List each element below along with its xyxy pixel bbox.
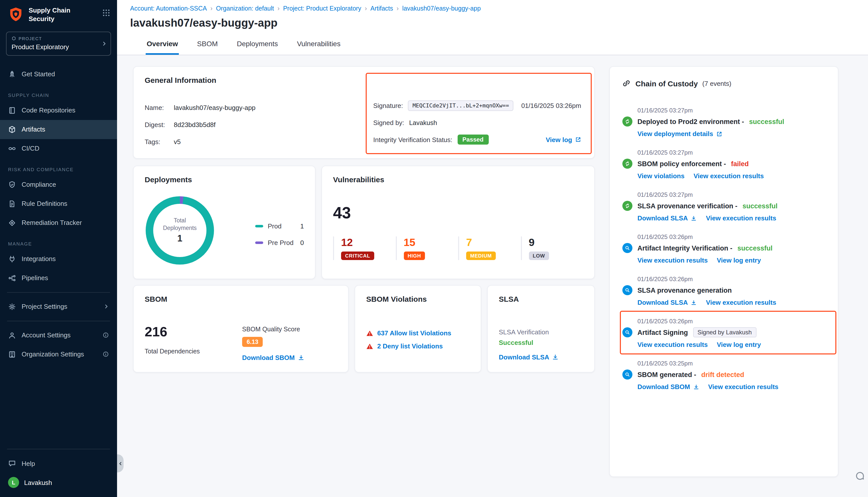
violation-item: 637 Allow list Violations bbox=[366, 329, 470, 337]
download-slsa-link[interactable]: Download SLSA bbox=[638, 214, 697, 222]
severity-count: 15 bbox=[404, 237, 458, 248]
timeline-event: 01/16/2025 03:26pm Artifact Integrity Ve… bbox=[622, 233, 826, 264]
signed-by-row: Signed by: Lavakush bbox=[373, 117, 581, 128]
event-status: successful bbox=[742, 202, 778, 210]
event-timestamp: 01/16/2025 03:27pm bbox=[638, 149, 826, 156]
card-title: General Information bbox=[145, 76, 583, 84]
event-title: Artifact Signing bbox=[638, 329, 688, 336]
tab-sbom[interactable]: SBOM bbox=[196, 40, 219, 55]
user-menu[interactable]: L Lavakush bbox=[0, 473, 117, 492]
sidebar-item-label: Artifacts bbox=[22, 126, 45, 133]
legend-swatch bbox=[255, 225, 263, 227]
sidebar-item-account-settings[interactable]: Account Settings bbox=[0, 326, 117, 345]
sidebar-item-help[interactable]: Help bbox=[0, 454, 117, 473]
warning-icon bbox=[366, 330, 373, 337]
sidebar-item-get-started[interactable]: Get Started bbox=[0, 65, 117, 84]
card-title: Vulnerabilities bbox=[333, 175, 583, 184]
sidebar-item-rule-definitions[interactable]: Rule Definitions bbox=[0, 194, 117, 213]
event-status: successful bbox=[738, 244, 772, 252]
donut-label: Total bbox=[174, 217, 186, 224]
tab-deployments[interactable]: Deployments bbox=[236, 40, 279, 55]
view-execution-results-link[interactable]: View execution results bbox=[706, 214, 776, 222]
search-icon bbox=[622, 369, 632, 380]
apps-grid-icon[interactable] bbox=[102, 9, 110, 17]
deployments-donut-chart: Total Deployments 1 bbox=[146, 196, 214, 265]
sidebar-item-label: Pipelines bbox=[22, 274, 48, 282]
breadcrumb-organization[interactable]: Organization: default bbox=[216, 5, 274, 12]
view-execution-results-link[interactable]: View execution results bbox=[694, 172, 764, 180]
signature-section: Signature: MEQCICde2VjIT...bL+2+mqnOXw==… bbox=[373, 100, 581, 151]
search-icon bbox=[622, 243, 632, 253]
download-sbom-link[interactable]: Download SBOM bbox=[242, 354, 304, 361]
app-logo-icon bbox=[8, 6, 24, 22]
card-title: SLSA bbox=[499, 295, 583, 303]
sidebar-item-label: Integrations bbox=[22, 255, 56, 263]
breadcrumb-account[interactable]: Account: Automation-SSCA bbox=[130, 5, 207, 12]
sidebar-item-remediation-tracker[interactable]: Remediation Tracker bbox=[0, 213, 117, 232]
project-selector[interactable]: PROJECT Product Exploratory bbox=[6, 32, 111, 56]
sbom-quality-score-badge: 6.13 bbox=[242, 337, 263, 347]
timeline-event: 01/16/2025 03:26pm SLSA provenance gener… bbox=[622, 275, 826, 306]
view-log-link[interactable]: View log bbox=[546, 136, 581, 143]
view-execution-results-link[interactable]: View execution results bbox=[638, 257, 708, 264]
violation-item: 2 Deny list Violations bbox=[366, 342, 470, 350]
sidebar-item-pipelines[interactable]: Pipelines bbox=[0, 269, 117, 288]
status-badge: Passed bbox=[457, 134, 489, 145]
download-icon bbox=[298, 354, 304, 361]
rocket-icon bbox=[8, 70, 16, 78]
sidebar-item-label: CI/CD bbox=[22, 145, 39, 152]
view-log-entry-link[interactable]: View log entry bbox=[717, 341, 761, 349]
field-label: Name: bbox=[145, 104, 174, 111]
view-execution-results-link[interactable]: View execution results bbox=[706, 299, 776, 306]
card-title: Chain of Custody bbox=[635, 79, 698, 88]
sidebar-item-cicd[interactable]: CI/CD bbox=[0, 139, 117, 158]
legend-value: 0 bbox=[300, 239, 304, 246]
legend-item-preprod: Pre Prod 0 bbox=[255, 239, 304, 246]
field-value: v5 bbox=[174, 138, 181, 145]
slsa-verification-label: SLSA Verification bbox=[499, 328, 583, 336]
donut-center: Total Deployments 1 bbox=[153, 204, 207, 257]
breadcrumb-project[interactable]: Project: Product Exploratory bbox=[283, 5, 361, 12]
download-slsa-link[interactable]: Download SLSA bbox=[499, 353, 559, 361]
severity-badge: MEDIUM bbox=[466, 252, 496, 260]
sidebar-item-project-settings[interactable]: Project Settings bbox=[0, 297, 117, 316]
severity-badge: LOW bbox=[529, 252, 549, 260]
card-title: SBOM Violations bbox=[366, 295, 470, 303]
view-log-entry-link[interactable]: View log entry bbox=[717, 257, 761, 264]
download-sbom-link[interactable]: Download SBOM bbox=[638, 383, 699, 390]
event-timestamp: 01/16/2025 03:26pm bbox=[638, 275, 826, 283]
warning-icon bbox=[366, 343, 373, 350]
sbom-total-label: Total Dependencies bbox=[145, 348, 337, 355]
breadcrumb-artifacts[interactable]: Artifacts bbox=[370, 5, 393, 12]
severity-count: 9 bbox=[529, 237, 583, 248]
event-status: drift detected bbox=[701, 371, 744, 378]
violations-list: 637 Allow list Violations 2 Deny list Vi… bbox=[366, 329, 470, 350]
chain-of-custody-timeline: 01/16/2025 03:27pm Deployed to Prod2 env… bbox=[622, 107, 826, 390]
view-deployment-details-link[interactable]: View deployment details bbox=[638, 130, 722, 138]
sidebar-item-artifacts[interactable]: Artifacts bbox=[0, 120, 117, 139]
sidebar-item-label: Rule Definitions bbox=[22, 200, 67, 208]
tab-overview[interactable]: Overview bbox=[146, 40, 179, 55]
sidebar-item-label: Code Repositories bbox=[22, 107, 75, 114]
allow-list-violations-link[interactable]: 637 Allow list Violations bbox=[377, 329, 451, 337]
field-label: Tags: bbox=[145, 138, 174, 145]
sbom-total: 216 bbox=[145, 324, 337, 340]
severity-critical: 12 CRITICAL bbox=[333, 237, 395, 260]
view-execution-results-link[interactable]: View execution results bbox=[638, 341, 708, 349]
download-slsa-link[interactable]: Download SLSA bbox=[638, 299, 697, 306]
sidebar-item-compliance[interactable]: Compliance bbox=[0, 175, 117, 194]
avatar: L bbox=[8, 477, 19, 488]
artifacts-cube-icon bbox=[8, 126, 16, 133]
view-violations-link[interactable]: View violations bbox=[638, 172, 684, 180]
sidebar-item-integrations[interactable]: Integrations bbox=[0, 250, 117, 269]
timeline-event: 01/16/2025 03:27pm SLSA provenance verif… bbox=[622, 191, 826, 222]
signed-by-value: Lavakush bbox=[409, 119, 437, 126]
sidebar-item-code-repositories[interactable]: Code Repositories bbox=[0, 101, 117, 120]
deny-list-violations-link[interactable]: 2 Deny list Violations bbox=[377, 342, 443, 350]
breadcrumb-current[interactable]: lavakush07/easy-buggy-app bbox=[402, 5, 481, 12]
sidebar-item-organization-settings[interactable]: Organization Settings bbox=[0, 345, 117, 364]
tab-vulnerabilities[interactable]: Vulnerabilities bbox=[296, 40, 341, 55]
view-execution-results-link[interactable]: View execution results bbox=[708, 383, 778, 390]
help-widget-icon[interactable] bbox=[855, 471, 865, 481]
signature-row: Signature: MEQCICde2VjIT...bL+2+mqnOXw==… bbox=[373, 100, 581, 111]
